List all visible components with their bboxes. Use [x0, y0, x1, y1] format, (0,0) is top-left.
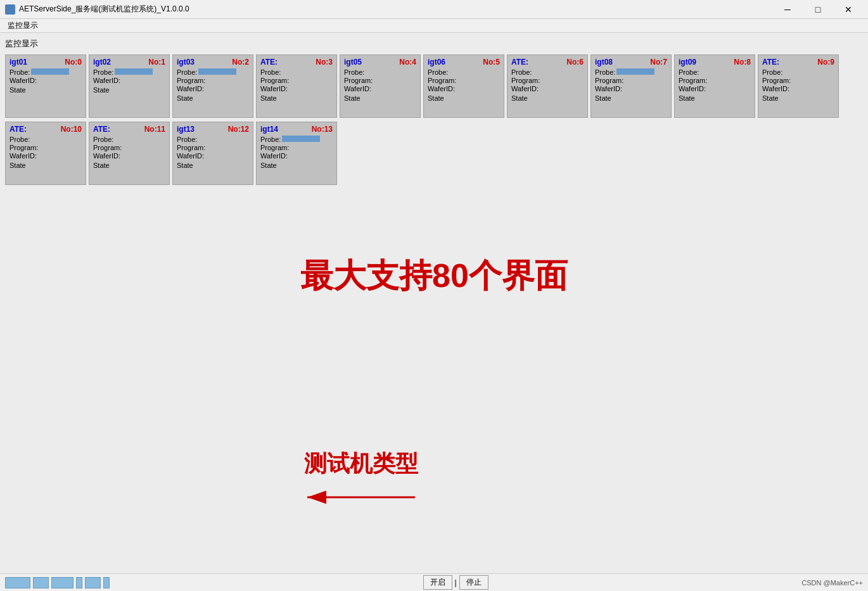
machine-card[interactable]: ATE:No:6Probe:Program:WaferID:State [507, 54, 588, 118]
card-program-field: Program: [177, 144, 249, 151]
arrow-container [304, 485, 418, 510]
machine-card[interactable]: igt01No:0Probe:WaferID:State [5, 54, 86, 118]
card-no: No:1 [148, 58, 165, 67]
probe-label: Probe: [93, 68, 113, 76]
status-segment [33, 577, 49, 588]
card-no: No:8 [734, 58, 751, 67]
card-program-field: Program: [428, 77, 500, 84]
machine-card[interactable]: igt05No:4Probe:Program:WaferID:State [340, 54, 421, 118]
title-bar-controls: ─ □ ✕ [773, 1, 863, 18]
cards-row1: igt01No:0Probe:WaferID:Stateigt02No:1Pro… [5, 54, 863, 118]
probe-value-block [616, 68, 654, 75]
card-waferid-field: WaferID: [511, 85, 584, 92]
status-separator: | [455, 578, 457, 587]
machine-card[interactable]: igt08No:7Probe:Program:WaferID:State [590, 54, 672, 118]
probe-label: Probe: [260, 136, 281, 143]
machine-card[interactable]: igt09No:8Probe:Program:WaferID:State [674, 54, 755, 118]
card-waferid-field: WaferID: [93, 77, 165, 84]
machine-type-text: 测试机类型 [304, 448, 418, 480]
machine-card[interactable]: ATE:No:10Probe:Program:WaferID:State [5, 122, 86, 185]
card-no: No:9 [817, 58, 834, 67]
status-segment [103, 577, 110, 588]
machine-card[interactable]: igt02No:1Probe:WaferID:State [89, 54, 170, 118]
section-title: 监控显示 [5, 38, 863, 49]
start-button[interactable]: 开启 [423, 575, 452, 590]
app-icon [5, 4, 15, 15]
card-no: No:10 [61, 125, 82, 134]
card-probe-field: Probe: [10, 136, 82, 143]
machine-card[interactable]: ATE:No:3Probe:Program:WaferID:State [256, 54, 337, 118]
card-waferid-field: WaferID: [595, 85, 667, 92]
status-right-text: CSDN @MakerC++ [801, 579, 863, 587]
card-machine-name: igt14 [260, 125, 278, 134]
maximize-button[interactable]: □ [803, 1, 833, 18]
card-state: State [260, 162, 333, 169]
card-probe-field: Probe: [260, 68, 333, 76]
stop-button[interactable]: 停止 [459, 575, 488, 590]
card-program-field: Program: [595, 77, 667, 84]
program-label: Program: [177, 144, 205, 151]
card-waferid-field: WaferID: [177, 152, 249, 160]
card-probe-field: Probe: [762, 68, 834, 76]
card-program-field: Program: [344, 77, 416, 84]
machine-card[interactable]: igt06No:5Probe:Program:WaferID:State [423, 54, 504, 118]
machine-card[interactable]: ATE:No:9Probe:Program:WaferID:State [758, 54, 839, 118]
card-program-field: Program: [679, 77, 751, 84]
machine-card[interactable]: ATE:No:11Probe:Program:WaferID:State [89, 122, 170, 185]
card-program-field: Program: [10, 144, 82, 151]
card-program-field: Program: [177, 77, 249, 84]
card-machine-name: igt01 [10, 58, 27, 67]
card-probe-field: Probe: [93, 136, 165, 143]
status-segment [85, 577, 101, 588]
card-waferid-field: WaferID: [260, 152, 333, 160]
waferid-label: WaferID: [344, 85, 371, 92]
minimize-button[interactable]: ─ [773, 1, 802, 18]
card-state: State [10, 162, 82, 169]
bottom-annotation: 测试机类型 [304, 448, 418, 510]
menu-item-monitor[interactable]: 监控显示 [3, 19, 43, 32]
program-label: Program: [260, 144, 289, 151]
program-label: Program: [177, 77, 205, 84]
title-bar-text: AETServerSide_服务端(测试机监控系统)_V1.0.0.0 [19, 4, 773, 15]
probe-label: Probe: [428, 68, 448, 76]
card-probe-field: Probe: [511, 68, 584, 76]
card-no: No:6 [566, 58, 584, 67]
waferid-label: WaferID: [93, 77, 120, 84]
card-probe-field: Probe: [10, 68, 82, 76]
program-label: Program: [762, 77, 791, 84]
card-machine-name: igt09 [679, 58, 696, 67]
cards-row2: ATE:No:10Probe:Program:WaferID:StateATE:… [5, 122, 863, 185]
waferid-label: WaferID: [679, 85, 706, 92]
card-no: No:4 [399, 58, 416, 67]
waferid-label: WaferID: [10, 152, 37, 160]
machine-card[interactable]: igt14No:13Probe:Program:WaferID:State [256, 122, 337, 185]
card-probe-field: Probe: [177, 68, 249, 76]
card-machine-name: ATE: [10, 125, 27, 134]
program-label: Program: [595, 77, 623, 84]
card-waferid-field: WaferID: [93, 152, 165, 160]
card-waferid-field: WaferID: [679, 85, 751, 92]
probe-value-block [31, 68, 69, 75]
card-state: State [10, 86, 82, 94]
card-probe-field: Probe: [93, 68, 165, 76]
card-state: State [344, 94, 416, 102]
card-state: State [260, 94, 333, 102]
card-state: State [93, 86, 165, 94]
card-waferid-field: WaferID: [260, 85, 333, 92]
card-machine-name: igt05 [344, 58, 362, 67]
card-program-field: Program: [511, 77, 584, 84]
card-program-field: Program: [762, 77, 834, 84]
machine-card[interactable]: igt03No:2Probe:Program:WaferID:State [172, 54, 253, 118]
probe-label: Probe: [260, 68, 281, 76]
machine-card[interactable]: igt13No:12Probe:Program:WaferID:State [172, 122, 253, 185]
card-machine-name: igt02 [93, 58, 111, 67]
waferid-label: WaferID: [260, 152, 288, 160]
card-state: State [511, 94, 584, 102]
close-button[interactable]: ✕ [834, 1, 863, 18]
card-waferid-field: WaferID: [177, 85, 249, 92]
probe-label: Probe: [10, 68, 30, 76]
card-no: No:0 [65, 58, 82, 67]
waferid-label: WaferID: [595, 85, 622, 92]
card-machine-name: ATE: [511, 58, 528, 67]
card-waferid-field: WaferID: [762, 85, 834, 92]
